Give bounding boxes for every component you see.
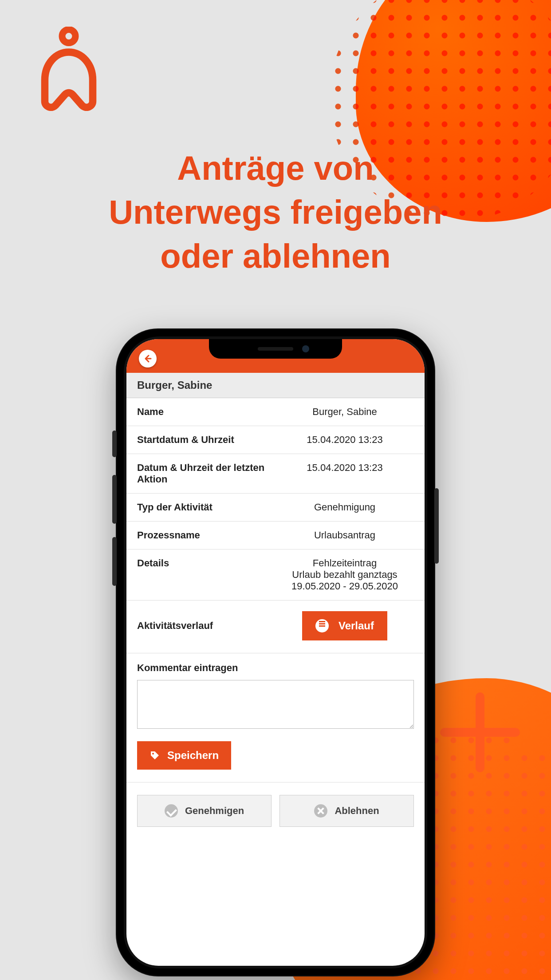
- check-circle-icon: [165, 804, 178, 818]
- headline: Anträge von Unterwegs freigeben oder abl…: [0, 146, 551, 278]
- approve-button[interactable]: Genehmigen: [137, 795, 272, 827]
- details-line: Urlaub bezahlt ganztags: [276, 569, 414, 581]
- phone-frame: Burger, Sabine Name Burger, Sabine Start…: [116, 328, 435, 976]
- plus-icon: [440, 692, 520, 772]
- save-button-label: Speichern: [167, 749, 219, 762]
- phone-side-button: [434, 488, 439, 564]
- row-value: Genehmigung: [276, 502, 414, 513]
- reject-button[interactable]: Ablehnen: [279, 795, 414, 827]
- phone-side-button: [112, 537, 117, 586]
- row-label: Prozessname: [137, 530, 276, 541]
- row-label: Startdatum & Uhrzeit: [137, 434, 276, 446]
- details-line: 19.05.2020 - 29.05.2020: [276, 581, 414, 592]
- brand-logo: [35, 27, 102, 113]
- row-label: Name: [137, 406, 276, 418]
- arrow-left-icon: [143, 354, 152, 363]
- phone-notch: [209, 339, 342, 359]
- row-activity-log: Aktivitätsverlauf Verlauf: [126, 601, 425, 653]
- row-label: Datum & Uhrzeit der letzten Aktion: [137, 462, 276, 485]
- action-row: Genehmigen Ablehnen: [126, 782, 425, 839]
- comment-input[interactable]: [137, 680, 414, 729]
- person-header: Burger, Sabine: [126, 373, 425, 398]
- row-value: Urlaubsantrag: [276, 530, 414, 541]
- row-value: 15.04.2020 13:23: [276, 462, 414, 474]
- row-label: Aktivitätsverlauf: [137, 620, 276, 632]
- row-name: Name Burger, Sabine: [126, 398, 425, 426]
- row-value: 15.04.2020 13:23: [276, 434, 414, 446]
- row-activity-type: Typ der Aktivität Genehmigung: [126, 494, 425, 522]
- details-line: Fehlzeiteintrag: [276, 557, 414, 569]
- tag-icon: [150, 750, 160, 761]
- reject-button-label: Ablehnen: [335, 805, 379, 817]
- comment-section: Kommentar eintragen Speichern: [126, 653, 425, 782]
- approve-button-label: Genehmigen: [185, 805, 244, 817]
- row-details: Details Fehlzeiteintrag Urlaub bezahlt g…: [126, 549, 425, 601]
- headline-line2: Unterwegs freigeben: [44, 190, 507, 234]
- row-process-name: Prozessname Urlaubsantrag: [126, 522, 425, 549]
- history-button[interactable]: Verlauf: [302, 611, 387, 640]
- headline-line1: Anträge von: [44, 146, 507, 190]
- row-value: Burger, Sabine: [276, 406, 414, 418]
- history-button-label: Verlauf: [338, 620, 374, 632]
- row-value: Fehlzeiteintrag Urlaub bezahlt ganztags …: [276, 557, 414, 592]
- row-start: Startdatum & Uhrzeit 15.04.2020 13:23: [126, 426, 425, 454]
- comment-label: Kommentar eintragen: [137, 662, 414, 674]
- phone-side-button: [112, 475, 117, 524]
- save-button[interactable]: Speichern: [137, 741, 231, 770]
- svg-point-0: [62, 30, 75, 43]
- headline-line3: oder ablehnen: [44, 234, 507, 278]
- row-label: Details: [137, 557, 276, 569]
- list-icon: [315, 619, 329, 632]
- phone-screen: Burger, Sabine Name Burger, Sabine Start…: [126, 339, 425, 966]
- back-button[interactable]: [139, 350, 157, 368]
- phone-side-button: [112, 431, 117, 457]
- cross-circle-icon: [314, 804, 327, 818]
- row-last-action: Datum & Uhrzeit der letzten Aktion 15.04…: [126, 454, 425, 494]
- row-value: Verlauf: [276, 611, 414, 640]
- row-label: Typ der Aktivität: [137, 502, 276, 513]
- svg-point-1: [152, 753, 154, 755]
